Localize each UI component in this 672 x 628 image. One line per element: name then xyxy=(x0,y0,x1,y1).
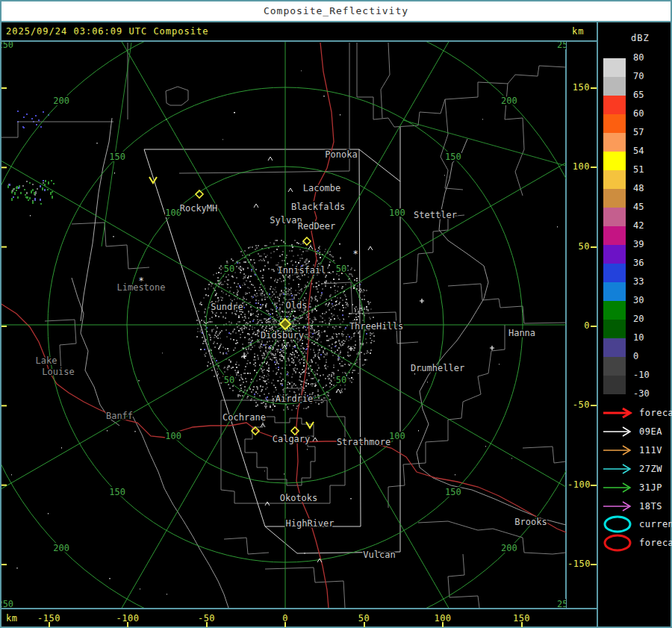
city-label-okotoks: Okotoks xyxy=(280,493,318,503)
legend-ellipse-forecast xyxy=(602,532,638,553)
city-label-limestone: Limestone xyxy=(116,282,165,293)
y-axis: 150100500-50-100-150 xyxy=(566,42,597,608)
dbz-scale-label: 0 xyxy=(633,351,666,361)
city-label-hanna: Hanna xyxy=(508,328,535,338)
dbz-color-block xyxy=(603,245,626,264)
ring-distance-label: 150 xyxy=(109,152,125,162)
city-label-louise: Louise xyxy=(42,367,74,377)
ring-distance-label: 150 xyxy=(109,487,125,497)
y-axis-label: -150 xyxy=(567,559,590,569)
legend-arrow-111V xyxy=(602,444,636,456)
dbz-color-block xyxy=(603,264,626,282)
y-axis-tick xyxy=(591,87,597,89)
ring-distance-label: 200 xyxy=(53,96,69,106)
legend-label: 31JP xyxy=(639,482,662,493)
dbz-color-block xyxy=(603,58,626,77)
city-label-sundre: Sundre xyxy=(211,302,243,312)
x-axis-tick xyxy=(364,622,365,627)
city-label-ponoka: Ponoka xyxy=(325,149,357,160)
ring-distance-label: 150 xyxy=(445,152,461,162)
legend-label: 27ZW xyxy=(639,464,662,474)
ring-distance-label: 100 xyxy=(389,431,405,441)
dbz-scale-label: 48 xyxy=(633,183,666,193)
y-axis-tick xyxy=(591,485,597,486)
x-axis-tick xyxy=(521,622,523,627)
legend-arrow-09EA xyxy=(602,426,636,438)
dbz-color-block xyxy=(603,338,626,357)
dbz-scale-label: 60 xyxy=(633,108,666,119)
legend-ellipse-current xyxy=(602,514,638,535)
y-axis-label: 50 xyxy=(567,241,590,252)
ring-distance-label: 50 xyxy=(224,375,234,385)
dbz-color-block xyxy=(603,282,626,301)
city-label-highriver: HighRiver xyxy=(285,518,334,529)
dbz-scale-label: -10 xyxy=(633,370,666,380)
city-label-vulcan: Vulcan xyxy=(363,550,395,560)
dbz-color-block xyxy=(603,208,626,226)
ring-distance-label: 50 xyxy=(336,375,346,385)
ring-distance-label: 250 xyxy=(0,40,13,50)
y-axis-tick xyxy=(591,564,597,565)
dbz-color-block xyxy=(603,320,626,338)
x-axis-tick xyxy=(206,622,208,627)
city-label-brooks: Brooks xyxy=(514,517,547,527)
city-label-banff: Banff xyxy=(106,411,133,421)
dbz-scale-label: 65 xyxy=(633,90,666,100)
dbz-color-block xyxy=(603,301,626,320)
city-label-cochrane: Cochrane xyxy=(223,412,266,423)
ring-distance-label: 50 xyxy=(336,264,346,274)
dbz-color-block xyxy=(603,376,626,394)
dbz-scale-label: 70 xyxy=(633,71,666,81)
city-label-reddeer: RedDeer xyxy=(298,221,336,231)
y-axis-tick xyxy=(591,405,597,406)
city-label-drumheller: Drumheller xyxy=(411,363,464,373)
coverage-wedges xyxy=(81,118,400,553)
dbz-scale-label: 42 xyxy=(633,220,666,231)
city-label-didsbury: Didsbury xyxy=(261,330,304,341)
legend-label: 09EA xyxy=(639,426,662,437)
y-axis-tick xyxy=(591,167,597,168)
city-label-stettler: Stettler xyxy=(414,210,457,220)
svg-text:*: * xyxy=(352,249,358,259)
dbz-scale-label: 36 xyxy=(633,258,666,268)
unit-label-bottom: km xyxy=(6,613,17,624)
y-axis-label: 150 xyxy=(567,82,590,93)
x-axis-tick xyxy=(442,622,444,627)
dbz-color-block xyxy=(603,77,626,96)
y-axis-label: -100 xyxy=(567,479,590,490)
ring-distance-label: 250 xyxy=(0,599,13,609)
city-label-threehills: ThreeHills xyxy=(349,321,403,332)
dbz-scale-label: 80 xyxy=(633,52,666,63)
dbz-color-block xyxy=(603,133,626,152)
ring-distance-label: 150 xyxy=(445,487,461,497)
scale-title: dBZ xyxy=(631,33,650,43)
legend-arrow-18TS xyxy=(602,500,636,512)
dbz-scale-label: 51 xyxy=(633,164,666,175)
y-axis-label: -50 xyxy=(567,400,590,410)
city-label-blackfalds: Blackfalds xyxy=(291,202,345,212)
ring-distance-label: 200 xyxy=(501,543,517,553)
ring-distance-label: 100 xyxy=(165,431,181,441)
dbz-scale-label: -30 xyxy=(633,388,666,399)
dbz-scale-label: 20 xyxy=(633,314,666,324)
dbz-color-block xyxy=(603,170,626,189)
ring-distance-label: 200 xyxy=(501,96,517,106)
legend-label: forecast xyxy=(639,538,672,548)
y-axis-tick xyxy=(591,246,597,248)
city-label-rockymh: RockyMH xyxy=(180,203,218,214)
x-axis-tick xyxy=(49,622,50,627)
legend-label: 111V xyxy=(639,445,662,456)
dbz-scale-label: 33 xyxy=(633,276,666,287)
city-label-innisfail: Innisfail xyxy=(277,265,326,276)
city-label-olds: Olds xyxy=(286,300,308,311)
dbz-color-block xyxy=(603,96,626,114)
x-axis-tick xyxy=(127,622,128,627)
y-axis-label: 100 xyxy=(567,161,590,172)
city-label-lacombe: Lacombe xyxy=(303,183,341,193)
legend-arrow-27ZW xyxy=(602,463,636,475)
yellow-arrow-marker xyxy=(306,422,314,428)
dbz-color-block xyxy=(603,189,626,208)
ring-distance-label: 100 xyxy=(389,208,405,218)
ring-distance-label: 200 xyxy=(53,543,69,553)
dbz-color-block xyxy=(603,357,626,376)
